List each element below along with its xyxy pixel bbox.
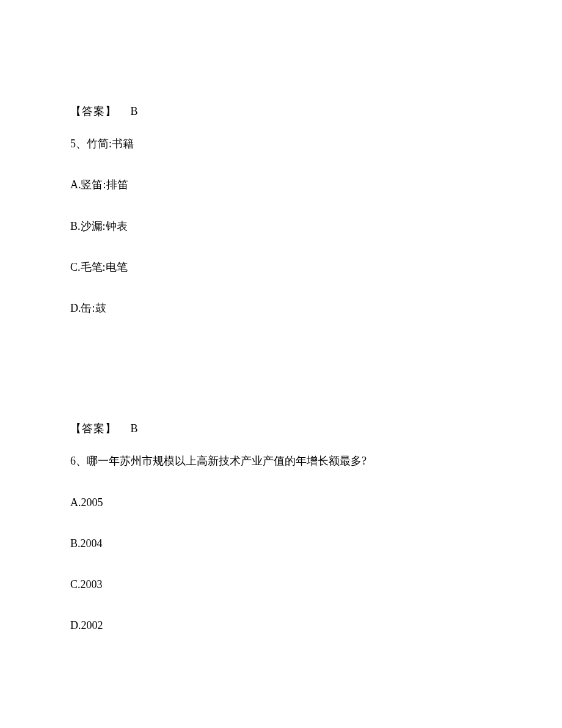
answer-value: B (131, 105, 138, 117)
answer-label: 【答案】 (70, 105, 117, 117)
q5-option-d: D.缶:鼓 (70, 301, 492, 316)
q6-option-a: A.2005 (70, 495, 492, 510)
q6-option-b: B.2004 (70, 536, 492, 551)
q5-answer: 【答案】 B (70, 421, 492, 436)
q6-stem: 6、哪一年苏州市规模以上高新技术产业产值的年增长额最多? (70, 454, 492, 469)
spacing (70, 342, 492, 421)
answer-value: B (131, 422, 138, 435)
q6-option-d: D.2002 (70, 618, 492, 633)
q5-option-a: A.竖笛:排笛 (70, 177, 492, 193)
q5-prev-answer: 【答案】 B (70, 104, 492, 119)
answer-label: 【答案】 (70, 422, 117, 435)
q5-option-b: B.沙漏:钟表 (70, 219, 492, 234)
q6-option-c: C.2003 (70, 577, 492, 592)
q5-stem: 5、竹简:书籍 (70, 136, 492, 152)
q5-option-c: C.毛笔:电笔 (70, 260, 492, 275)
